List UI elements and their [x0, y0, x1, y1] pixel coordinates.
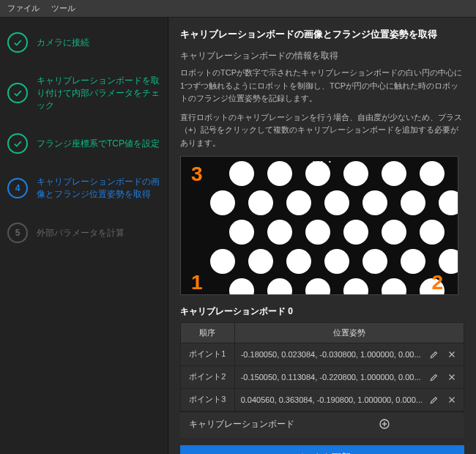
check-icon: [7, 32, 28, 53]
section-subtitle: キャリブレーションボードの情報を取得: [180, 50, 464, 62]
step-number-icon: 5: [7, 223, 28, 243]
board-marker-3: 3: [191, 163, 203, 186]
close-icon[interactable]: [446, 394, 458, 406]
sidebar: カメラに接続 キャリブレーションボードを取り付けて内部パラメータをチェック フラ…: [0, 18, 168, 454]
calib-dot: [305, 220, 330, 245]
calib-dot: [401, 190, 425, 215]
board-marker-2: 2: [431, 271, 443, 294]
calib-dot: [439, 190, 458, 215]
calib-dot: [210, 249, 235, 274]
menubar: ファイル ツール: [0, 0, 476, 18]
table-row: ポイント1-0.180050, 0.023084, -0.030800, 1.0…: [181, 343, 464, 365]
edit-icon[interactable]: [428, 394, 440, 406]
calib-dot: [286, 249, 311, 274]
calib-dot: [229, 220, 254, 245]
calib-dot: [267, 220, 292, 245]
pose-value: -0.150050, 0.113084, -0.220800, 1.000000…: [241, 373, 423, 382]
check-icon: [7, 133, 28, 154]
col-header-index: 順序: [181, 322, 235, 343]
step-label: カメラに接続: [37, 37, 89, 49]
content-panel: キャリブレーションボードの画像とフランジ位置姿勢を取得 キャリブレーションボード…: [168, 18, 476, 454]
calibration-board-image: • • • 3 1 2: [180, 156, 458, 295]
calib-dot: [439, 249, 458, 274]
calib-dot: [362, 190, 387, 215]
step-attach-board[interactable]: キャリブレーションボードを取り付けて内部パラメータをチェック: [7, 75, 160, 111]
pose-value: -0.180050, 0.023084, -0.030800, 1.000000…: [241, 350, 423, 359]
calib-dot: [248, 190, 273, 215]
calib-dot: [343, 220, 368, 245]
calib-dot: [210, 190, 235, 215]
calib-dot: [324, 249, 349, 274]
calib-dot: [248, 249, 273, 274]
calib-dot: [267, 278, 292, 295]
row-pose-cell: -0.180050, 0.023084, -0.030800, 1.000000…: [234, 343, 464, 365]
close-icon[interactable]: [446, 371, 458, 383]
step-number-icon: 4: [7, 178, 28, 198]
add-board-row: キャリブレーションボード: [180, 412, 464, 438]
tiny-dots-icon: • • •: [313, 158, 333, 165]
update-data-button[interactable]: データを更新: [180, 445, 464, 454]
calib-dot: [362, 249, 387, 274]
description-text: 直行ロボットのキャリブレーションを行う場合、自由度が少ないため、プラス（+）記号…: [180, 111, 464, 150]
step-label: キャリブレーションボードの画像とフランジ位置姿勢を取得: [37, 176, 160, 201]
calib-dot: [305, 161, 330, 186]
row-index: ポイント1: [181, 343, 235, 365]
pose-table: 順序 位置姿勢 ポイント1-0.180050, 0.023084, -0.030…: [180, 322, 464, 412]
add-board-button[interactable]: [310, 418, 458, 432]
calib-dot: [420, 220, 445, 245]
calib-dot: [324, 190, 349, 215]
close-icon[interactable]: [446, 349, 458, 360]
step-capture-pose[interactable]: 4 キャリブレーションボードの画像とフランジ位置姿勢を取得: [7, 176, 160, 201]
row-pose-cell: -0.150050, 0.113084, -0.220800, 1.000000…: [234, 365, 464, 388]
menu-file[interactable]: ファイル: [7, 3, 40, 14]
calib-dot: [343, 278, 368, 295]
calib-dot: [382, 220, 406, 245]
calib-dot: [343, 161, 368, 186]
calib-dot: [420, 161, 445, 186]
description-text: ロボットのTCPが数字で示されたキャリブレーションボードの白い円の中心に1つずつ…: [180, 67, 464, 105]
check-icon: [7, 83, 28, 103]
board-marker-1: 1: [191, 271, 203, 294]
step-compute-extrinsic[interactable]: 5 外部パラメータを計算: [7, 223, 160, 243]
calib-dot: [305, 278, 330, 295]
col-header-pose: 位置姿勢: [234, 322, 464, 343]
calib-dot: [286, 190, 311, 215]
add-board-label: キャリブレーションボード: [186, 418, 310, 432]
step-tcp-flange[interactable]: フランジ座標系でTCP値を設定: [7, 133, 160, 154]
calib-dot: [382, 161, 406, 186]
table-row: ポイント30.040560, 0.363084, -0.190800, 1.00…: [181, 388, 464, 411]
calib-dot: [382, 278, 406, 295]
calib-dot: [267, 161, 292, 186]
calib-dot: [229, 161, 254, 186]
calib-dot: [401, 249, 425, 274]
row-index: ポイント2: [181, 365, 235, 388]
menu-tool[interactable]: ツール: [51, 3, 75, 14]
pose-value: 0.040560, 0.363084, -0.190800, 1.000000,…: [241, 395, 423, 404]
step-label: フランジ座標系でTCP値を設定: [37, 138, 160, 150]
step-connect-camera[interactable]: カメラに接続: [7, 32, 160, 53]
edit-icon[interactable]: [428, 349, 440, 360]
page-title: キャリブレーションボードの画像とフランジ位置姿勢を取得: [180, 28, 464, 41]
row-index: ポイント3: [181, 388, 235, 411]
row-pose-cell: 0.040560, 0.363084, -0.190800, 1.000000,…: [234, 388, 464, 411]
table-row: ポイント2-0.150050, 0.113084, -0.220800, 1.0…: [181, 365, 464, 388]
edit-icon[interactable]: [428, 371, 440, 383]
calib-dot: [229, 278, 254, 295]
step-label: キャリブレーションボードを取り付けて内部パラメータをチェック: [37, 75, 160, 111]
step-label: 外部パラメータを計算: [37, 227, 124, 239]
board-section-title: キャリブレーションボード 0: [180, 305, 464, 318]
